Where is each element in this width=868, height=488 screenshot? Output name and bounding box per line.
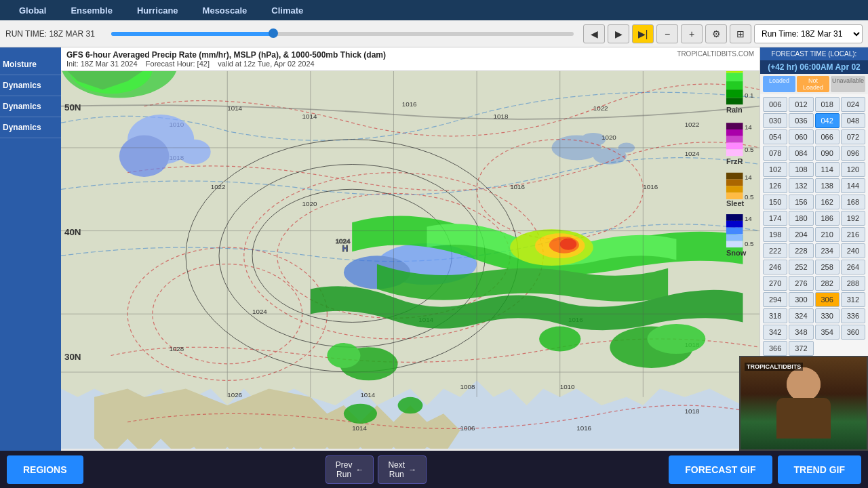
hour-btn-210[interactable]: 210: [815, 227, 840, 242]
regions-button[interactable]: REGIONS: [7, 455, 83, 484]
hour-btn-204[interactable]: 204: [789, 227, 813, 242]
hour-btn-066[interactable]: 066: [815, 129, 840, 144]
prev-run-button[interactable]: PrevRun ←: [326, 455, 374, 484]
map-svg: H 1024 L 1005 1010 1014 1014 1016 1018 1…: [61, 71, 760, 449]
hour-btn-330[interactable]: 330: [815, 308, 840, 323]
hour-btn-096[interactable]: 096: [841, 146, 865, 161]
status-loaded[interactable]: Loaded: [763, 76, 795, 92]
hour-btn-342[interactable]: 342: [763, 325, 787, 340]
hour-btn-186[interactable]: 186: [815, 211, 840, 226]
hour-btn-006[interactable]: 006: [763, 97, 787, 112]
hour-btn-222[interactable]: 222: [763, 243, 787, 258]
hour-btn-336[interactable]: 336: [841, 308, 865, 323]
svg-rect-94: [726, 98, 743, 104]
forecast-gif-button[interactable]: FORECAST GIF: [669, 455, 772, 484]
hour-btn-156[interactable]: 156: [789, 195, 813, 209]
progress-bar[interactable]: [111, 32, 574, 36]
grid-button[interactable]: ⊞: [730, 24, 751, 43]
hour-btn-192[interactable]: 192: [841, 211, 865, 226]
prev-button[interactable]: ◀: [583, 24, 605, 43]
hour-btn-234[interactable]: 234: [815, 243, 840, 258]
hour-btn-354[interactable]: 354: [815, 325, 840, 340]
zoom-out-button[interactable]: −: [656, 24, 678, 43]
play-button[interactable]: ▶: [608, 24, 629, 43]
hour-btn-360[interactable]: 360: [841, 325, 865, 340]
hour-btn-252[interactable]: 252: [789, 260, 813, 274]
map-image-area[interactable]: H 1024 L 1005 1010 1014 1014 1016 1018 1…: [61, 71, 760, 449]
hour-btn-162[interactable]: 162: [815, 195, 840, 209]
hour-btn-366[interactable]: 366: [763, 341, 787, 356]
svg-text:1024: 1024: [252, 308, 267, 315]
svg-text:1014: 1014: [302, 113, 317, 120]
hour-btn-132[interactable]: 132: [789, 178, 813, 193]
hour-btn-318[interactable]: 318: [763, 308, 787, 323]
hour-btn-216[interactable]: 216: [841, 227, 865, 242]
svg-text:1022: 1022: [211, 183, 226, 190]
hour-btn-306[interactable]: 306: [815, 292, 840, 307]
sidebar-item-dynamics1[interactable]: Dynamics: [0, 75, 61, 96]
nav-mesoscale[interactable]: Mesoscale: [191, 5, 260, 16]
hour-btn-240[interactable]: 240: [841, 243, 865, 258]
svg-text:0.5: 0.5: [745, 146, 754, 153]
progress-thumb[interactable]: [269, 28, 278, 38]
next-run-button[interactable]: NextRun →: [378, 455, 427, 484]
hour-btn-312[interactable]: 312: [841, 292, 865, 307]
hour-btn-198[interactable]: 198: [763, 227, 787, 242]
run-time-select[interactable]: Run Time: 18Z Mar 31: [754, 24, 863, 43]
hour-btn-012[interactable]: 012: [789, 97, 813, 112]
hour-btn-054[interactable]: 054: [763, 129, 787, 144]
hour-btn-030[interactable]: 030: [763, 113, 787, 128]
sidebar-item-dynamics2[interactable]: Dynamics: [0, 96, 61, 117]
hour-btn-090[interactable]: 090: [815, 146, 840, 161]
hour-btn-042[interactable]: 042: [815, 113, 840, 128]
hour-btn-246[interactable]: 246: [763, 260, 787, 274]
sidebar-item-dynamics3[interactable]: Dynamics: [0, 117, 61, 138]
status-unavailable: Unavailable: [831, 76, 865, 92]
hour-btn-168[interactable]: 168: [841, 195, 865, 209]
nav-ensemble[interactable]: Ensemble: [58, 5, 124, 16]
hour-btn-036[interactable]: 036: [789, 113, 813, 128]
hour-btn-288[interactable]: 288: [841, 276, 865, 291]
hour-btn-324[interactable]: 324: [789, 308, 813, 323]
next-button[interactable]: ▶|: [632, 24, 654, 43]
hour-btn-294[interactable]: 294: [763, 292, 787, 307]
hour-btn-018[interactable]: 018: [815, 97, 840, 112]
hour-btn-114[interactable]: 114: [815, 162, 840, 177]
hour-btn-120[interactable]: 120: [841, 162, 865, 177]
hour-btn-264[interactable]: 264: [841, 260, 865, 274]
hour-btn-024[interactable]: 024: [841, 97, 865, 112]
hour-btn-348[interactable]: 348: [789, 325, 813, 340]
svg-text:14: 14: [745, 123, 752, 131]
hour-btn-258[interactable]: 258: [815, 260, 840, 274]
hour-btn-270[interactable]: 270: [763, 276, 787, 291]
hour-btn-060[interactable]: 060: [789, 129, 813, 144]
hour-btn-102[interactable]: 102: [763, 162, 787, 177]
zoom-in-button[interactable]: +: [681, 24, 703, 43]
trend-gif-button[interactable]: TREND GIF: [778, 455, 861, 484]
hour-btn-150[interactable]: 150: [763, 195, 787, 209]
nav-climate[interactable]: Climate: [259, 5, 315, 16]
hour-btn-372[interactable]: 372: [789, 341, 813, 356]
hour-btn-108[interactable]: 108: [789, 162, 813, 177]
hour-btn-300[interactable]: 300: [789, 292, 813, 307]
hour-btn-048[interactable]: 048: [841, 113, 865, 128]
sidebar-item-moisture[interactable]: Moisture: [0, 54, 61, 75]
hour-btn-072[interactable]: 072: [841, 129, 865, 144]
hour-btn-282[interactable]: 282: [815, 276, 840, 291]
hour-btn-078[interactable]: 078: [763, 146, 787, 161]
svg-text:40N: 40N: [64, 227, 81, 237]
hour-btn-228[interactable]: 228: [789, 243, 813, 258]
hour-btn-276[interactable]: 276: [789, 276, 813, 291]
status-not-loaded[interactable]: Not Loaded: [797, 76, 829, 92]
nav-hurricane[interactable]: Hurricane: [125, 5, 191, 16]
svg-text:1014: 1014: [227, 104, 242, 112]
svg-rect-112: [726, 228, 743, 235]
settings-button[interactable]: ⚙: [705, 24, 727, 43]
hour-btn-126[interactable]: 126: [763, 178, 787, 193]
hour-btn-144[interactable]: 144: [841, 178, 865, 193]
hour-btn-180[interactable]: 180: [789, 211, 813, 226]
hour-btn-174[interactable]: 174: [763, 211, 787, 226]
nav-global[interactable]: Global: [7, 5, 58, 16]
hour-btn-084[interactable]: 084: [789, 146, 813, 161]
hour-btn-138[interactable]: 138: [815, 178, 840, 193]
